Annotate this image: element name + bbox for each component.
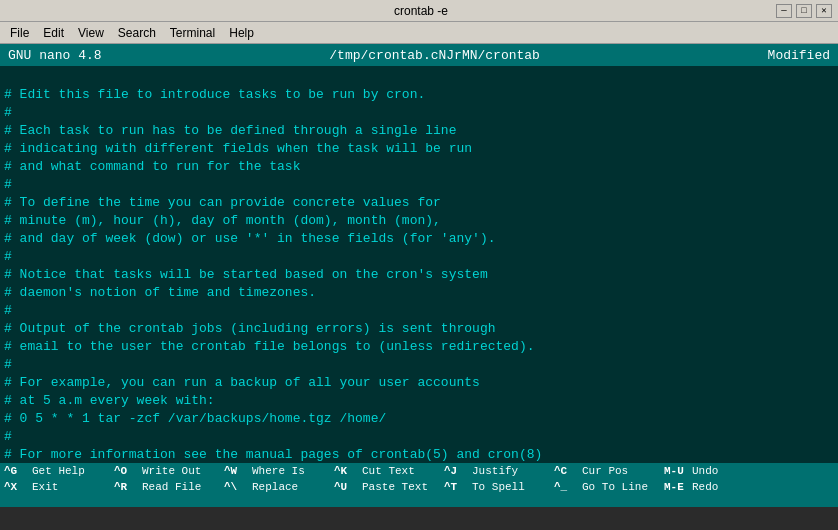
editor-line: # Each task to run has to be defined thr… <box>4 122 834 140</box>
shortcut-U[interactable]: ^U Paste Text <box>330 479 440 495</box>
shortcut-label: Read File <box>142 481 201 493</box>
editor-line: # <box>4 428 834 446</box>
shortcut-J[interactable]: ^J Justify <box>440 463 550 479</box>
editor-line: # and day of week (dow) or use '*' in th… <box>4 230 834 248</box>
shortcut-key: ^G <box>4 465 32 477</box>
shortcut-X[interactable]: ^X Exit <box>0 479 110 495</box>
shortcut-label: Paste Text <box>362 481 428 493</box>
editor-line: # <box>4 248 834 266</box>
window-controls[interactable]: ─ □ ✕ <box>776 4 832 18</box>
close-button[interactable]: ✕ <box>816 4 832 18</box>
minimize-button[interactable]: ─ <box>776 4 792 18</box>
file-path: /tmp/crontab.cNJrMN/crontab <box>329 48 540 63</box>
shortcut-label: Cut Text <box>362 465 415 477</box>
editor-line: # For more information see the manual pa… <box>4 446 834 463</box>
editor-line: # To define the time you can provide con… <box>4 194 834 212</box>
editor-line: # 0 5 * * 1 tar -zcf /var/backups/home.t… <box>4 410 834 428</box>
shortcut-key: ^U <box>334 481 362 493</box>
editor-line: # and what command to run for the task <box>4 158 834 176</box>
shortcut-label: Replace <box>252 481 298 493</box>
shortcut-label: Get Help <box>32 465 85 477</box>
shortcut-MU[interactable]: M-U Undo <box>660 463 770 479</box>
menu-item-help[interactable]: Help <box>223 24 260 42</box>
shortcut-label: Where Is <box>252 465 305 477</box>
shortcut-R[interactable]: ^R Read File <box>110 479 220 495</box>
shortcuts-bar: ^G Get Help^O Write Out^W Where Is^K Cut… <box>0 463 838 507</box>
menu-item-terminal[interactable]: Terminal <box>164 24 221 42</box>
editor-line: # <box>4 302 834 320</box>
editor-line: # <box>4 356 834 374</box>
editor-line: # <box>4 104 834 122</box>
editor-line: # For example, you can run a backup of a… <box>4 374 834 392</box>
shortcut-label: Write Out <box>142 465 201 477</box>
editor-area[interactable]: # Edit this file to introduce tasks to b… <box>0 66 838 463</box>
shortcut-T[interactable]: ^T To Spell <box>440 479 550 495</box>
shortcut-G[interactable]: ^G Get Help <box>0 463 110 479</box>
shortcut-W[interactable]: ^W Where Is <box>220 463 330 479</box>
shortcut-key: ^W <box>224 465 252 477</box>
editor-line: # indicating with different fields when … <box>4 140 834 158</box>
shortcut-key: ^X <box>4 481 32 493</box>
shortcut-O[interactable]: ^O Write Out <box>110 463 220 479</box>
editor-line: # minute (m), hour (h), day of month (do… <box>4 212 834 230</box>
editor-line: # Edit this file to introduce tasks to b… <box>4 86 834 104</box>
editor-line: # Notice that tasks will be started base… <box>4 266 834 284</box>
editor-line: # at 5 a.m every week with: <box>4 392 834 410</box>
shortcut-key: ^J <box>444 465 472 477</box>
shortcut-key: M-U <box>664 465 692 477</box>
editor-line: # Output of the crontab jobs (including … <box>4 320 834 338</box>
shortcut-key: ^C <box>554 465 582 477</box>
shortcut-label: Cur Pos <box>582 465 628 477</box>
shortcut-C[interactable]: ^C Cur Pos <box>550 463 660 479</box>
shortcut-key: ^\ <box>224 481 252 493</box>
shortcut-key: ^R <box>114 481 142 493</box>
shortcut-[interactable]: ^_ Go To Line <box>550 479 660 495</box>
restore-button[interactable]: □ <box>796 4 812 18</box>
shortcut-label: Exit <box>32 481 58 493</box>
shortcut-key: ^_ <box>554 481 582 493</box>
editor-line: # daemon's notion of time and timezones. <box>4 284 834 302</box>
title-bar: crontab -e ─ □ ✕ <box>0 0 838 22</box>
nano-version: GNU nano 4.8 <box>8 48 102 63</box>
shortcut-label: Redo <box>692 481 718 493</box>
shortcut-[interactable]: ^\ Replace <box>220 479 330 495</box>
shortcut-label: To Spell <box>472 481 525 493</box>
menu-item-view[interactable]: View <box>72 24 110 42</box>
shortcut-ME[interactable]: M-E Redo <box>660 479 770 495</box>
shortcut-label: Undo <box>692 465 718 477</box>
shortcut-K[interactable]: ^K Cut Text <box>330 463 440 479</box>
shortcut-key: ^O <box>114 465 142 477</box>
editor-line: # <box>4 176 834 194</box>
menu-item-edit[interactable]: Edit <box>37 24 70 42</box>
menu-item-search[interactable]: Search <box>112 24 162 42</box>
editor-line: # email to the user the crontab file bel… <box>4 338 834 356</box>
shortcut-label: Go To Line <box>582 481 648 493</box>
shortcut-key: ^T <box>444 481 472 493</box>
shortcut-label: Justify <box>472 465 518 477</box>
menu-bar: FileEditViewSearchTerminalHelp <box>0 22 838 44</box>
shortcut-key: ^K <box>334 465 362 477</box>
nano-status-bar: GNU nano 4.8 /tmp/crontab.cNJrMN/crontab… <box>0 44 838 66</box>
modified-status: Modified <box>768 48 830 63</box>
window-title: crontab -e <box>66 4 776 18</box>
shortcut-key: M-E <box>664 481 692 493</box>
menu-item-file[interactable]: File <box>4 24 35 42</box>
